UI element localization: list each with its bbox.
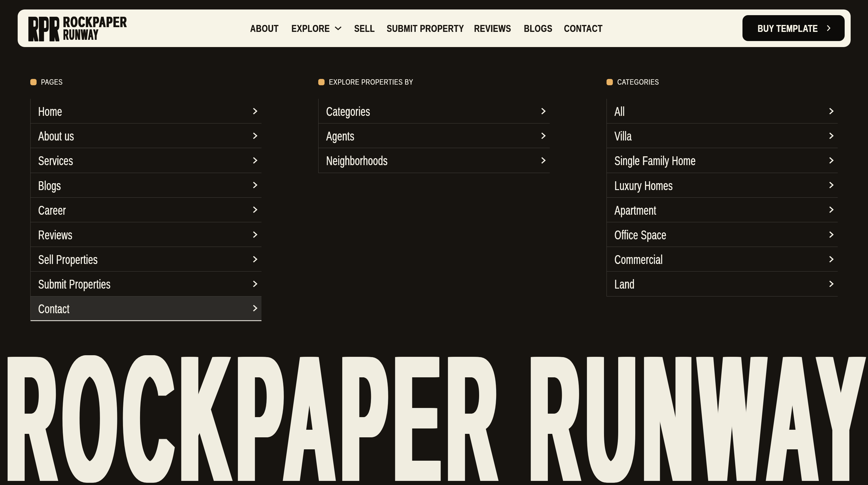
menu-item-label: Categories: [326, 103, 370, 119]
menu-item[interactable]: Reviews: [31, 222, 261, 247]
menu-item[interactable]: Categories: [318, 99, 550, 123]
section-title: PAGES: [41, 78, 63, 86]
chevron-right-icon: [829, 280, 834, 287]
menu-list-pages: Home About us Services Blogs: [30, 99, 261, 321]
section-header: EXPLORE PROPERTIES BY: [318, 79, 550, 85]
menu-item-label: Career: [38, 202, 66, 218]
menu-item-label: Neighborhoods: [326, 152, 388, 168]
giant-wordmark: ROCKPAPER RUNWAY: [7, 329, 868, 485]
chevron-right-icon: [829, 157, 834, 164]
menu-item[interactable]: Villa: [607, 123, 838, 148]
chevron-right-icon: [829, 231, 834, 238]
menu-item-label: Land: [614, 276, 634, 291]
chevron-right-icon: [541, 132, 546, 139]
menu-item-label: Services: [38, 152, 73, 168]
menu-item-label: Blogs: [38, 177, 61, 193]
menu-item[interactable]: Contact: [31, 296, 261, 321]
chevron-right-icon: [829, 132, 834, 139]
logo-monogram-text: RPR: [18, 9, 18, 10]
section-title: CATEGORIES: [617, 78, 659, 86]
menu-item-label: Luxury Homes: [614, 177, 673, 193]
chevron-right-icon: [253, 280, 257, 287]
menu-item[interactable]: About us: [31, 123, 261, 148]
chevron-right-icon: [253, 108, 257, 115]
chevron-right-icon: [253, 256, 257, 263]
chevron-right-icon: [253, 181, 257, 189]
menu-item[interactable]: Luxury Homes: [607, 173, 838, 198]
menu-item-label: Reviews: [38, 227, 72, 242]
section-header: CATEGORIES: [607, 79, 838, 85]
menu-item[interactable]: Commercial: [607, 247, 838, 272]
menu-item-label: Villa: [614, 128, 632, 143]
chevron-right-icon: [829, 108, 834, 115]
chevron-right-icon: [541, 157, 546, 164]
bullet-icon: [607, 79, 613, 85]
menu-item[interactable]: Land: [607, 272, 838, 296]
bullet-icon: [318, 79, 324, 85]
menu-list-categories: All Villa Single Family Home Luxury Home…: [607, 99, 838, 296]
section-header: PAGES: [30, 79, 261, 85]
menu-item[interactable]: Agents: [318, 123, 550, 148]
chevron-right-icon: [253, 231, 257, 238]
menu-item[interactable]: Apartment: [607, 198, 838, 222]
chevron-right-icon: [253, 157, 257, 164]
menu-item-label: Sell Properties: [38, 251, 97, 267]
menu-item[interactable]: Home: [31, 99, 261, 123]
menu-item-label: Apartment: [614, 202, 656, 218]
chevron-right-icon: [253, 132, 257, 139]
menu-item-label: Agents: [326, 128, 354, 143]
chevron-right-icon: [829, 206, 834, 213]
menu-item[interactable]: Submit Properties: [31, 272, 261, 296]
menu-item-label: Submit Properties: [38, 276, 111, 291]
menu-item-label: About us: [38, 128, 74, 143]
chevron-right-icon: [829, 256, 834, 263]
menu-item-label: All: [614, 103, 625, 119]
menu-item-label: Single Family Home: [614, 152, 695, 168]
menu-item-label: Commercial: [614, 251, 663, 267]
mega-menu: PAGES Home About us Services: [30, 0, 838, 321]
menu-item[interactable]: Blogs: [31, 173, 261, 198]
menu-section-explore-by: EXPLORE PROPERTIES BY Categories Agents …: [318, 0, 550, 321]
bullet-icon: [30, 79, 37, 85]
section-title: EXPLORE PROPERTIES BY: [329, 78, 413, 86]
menu-item-label: Home: [38, 103, 62, 119]
chevron-right-icon: [253, 206, 257, 213]
menu-item[interactable]: Office Space: [607, 222, 838, 247]
chevron-right-icon: [829, 181, 834, 189]
menu-item-label: Office Space: [614, 227, 666, 242]
menu-section-categories: CATEGORIES All Villa Single Family Home: [607, 0, 838, 321]
menu-item[interactable]: Career: [31, 198, 261, 222]
menu-list-explore-by: Categories Agents Neighborhoods: [318, 99, 550, 173]
chevron-right-icon: [253, 305, 257, 312]
menu-item[interactable]: Single Family Home: [607, 148, 838, 173]
menu-item[interactable]: Neighborhoods: [318, 148, 550, 173]
menu-item[interactable]: Sell Properties: [31, 247, 261, 272]
chevron-right-icon: [541, 108, 546, 115]
menu-item[interactable]: All: [607, 99, 838, 123]
menu-item[interactable]: Services: [31, 148, 261, 173]
menu-item-label: Contact: [38, 301, 69, 316]
menu-section-pages: PAGES Home About us Services: [30, 0, 261, 321]
